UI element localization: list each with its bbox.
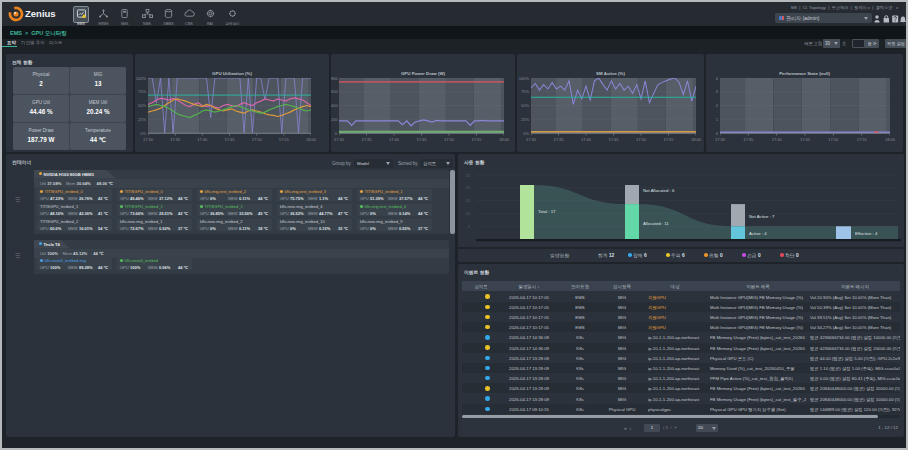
svg-text:Effective : 4: Effective : 4 — [855, 231, 878, 236]
svg-text:Not Allocated : 6: Not Allocated : 6 — [643, 188, 675, 193]
svg-text:15: 15 — [466, 198, 471, 203]
svg-text:5: 5 — [468, 224, 471, 229]
svg-text:Total : 17: Total : 17 — [538, 209, 556, 214]
svg-text:20: 20 — [466, 185, 471, 190]
svg-text:Active : 4: Active : 4 — [749, 231, 767, 236]
svg-text:25: 25 — [466, 173, 471, 178]
svg-text:Not Active : 7: Not Active : 7 — [749, 214, 775, 219]
svg-text:10: 10 — [466, 211, 471, 216]
svg-text:Allocated : 11: Allocated : 11 — [643, 221, 669, 226]
